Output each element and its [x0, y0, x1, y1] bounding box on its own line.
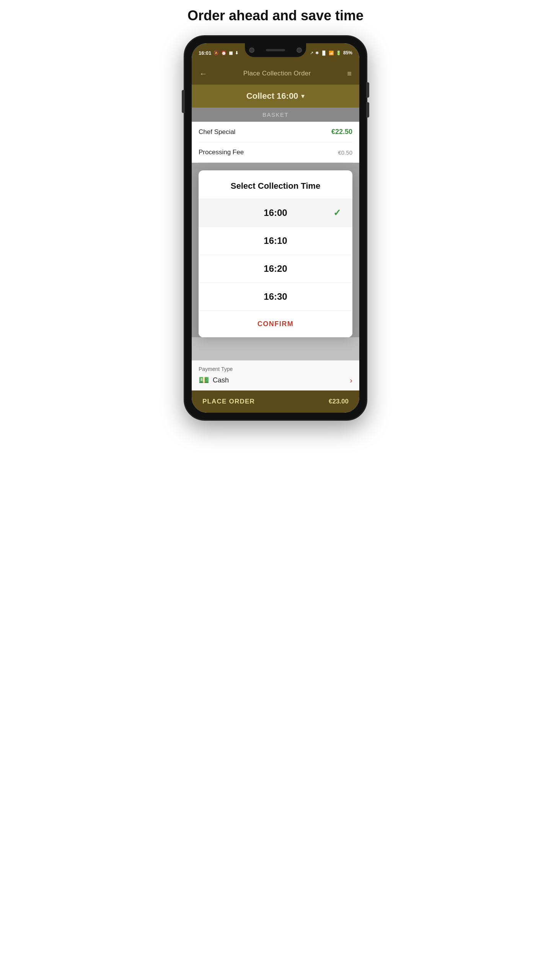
phone-frame: 16:01 🔕 ⏰ ▦ ⬇ ↗ ✱ ▐▌ 📶 🔋 85% ←: [184, 35, 367, 421]
front-camera: [249, 47, 254, 53]
alarm-icon: ⏰: [221, 51, 227, 56]
payment-row[interactable]: 💵 Cash ›: [199, 375, 352, 385]
collect-chevron-icon: ▾: [301, 92, 305, 100]
header-title: Place Collection Order: [243, 70, 311, 77]
time-option-1610[interactable]: 16:10: [199, 227, 352, 255]
collect-time-label: Collect 16:00: [246, 91, 298, 101]
page-headline: Order ahead and save time: [180, 8, 371, 24]
item-name-chef-special: Chef Special: [199, 128, 235, 136]
app-header: ← Place Collection Order ≡: [192, 62, 359, 85]
time-value-1600: 16:00: [264, 207, 287, 218]
phone-screen: 16:01 🔕 ⏰ ▦ ⬇ ↗ ✱ ▐▌ 📶 🔋 85% ←: [192, 43, 359, 413]
item-price-processing-fee: €0.50: [338, 149, 352, 156]
payment-left: 💵 Cash: [199, 375, 229, 385]
wifi-icon: 📶: [329, 51, 334, 56]
time-option-1600[interactable]: 16:00 ✓: [199, 199, 352, 227]
time-value-1610: 16:10: [264, 235, 287, 246]
dimmed-spacer: [192, 337, 359, 360]
network-icon: ▐▌: [321, 51, 327, 55]
item-name-processing-fee: Processing Fee: [199, 149, 244, 156]
basket-item-chef-special: Chef Special €22.50: [199, 122, 352, 142]
place-order-total: €23.00: [329, 398, 349, 405]
place-order-bar[interactable]: PLACE ORDER €23.00: [192, 390, 359, 413]
status-icons: ↗ ✱ ▐▌ 📶 🔋 85%: [310, 50, 352, 56]
mute-icon: 🔕: [214, 51, 219, 56]
status-bar: 16:01 🔕 ⏰ ▦ ⬇ ↗ ✱ ▐▌ 📶 🔋 85%: [192, 43, 359, 62]
payment-label: Payment Type: [199, 366, 352, 372]
time-value-1630: 16:30: [264, 291, 287, 302]
battery-percentage: 85%: [343, 50, 352, 56]
screenshot-icon: ▦: [229, 51, 233, 56]
status-time: 16:01 🔕 ⏰ ▦ ⬇: [199, 50, 238, 56]
cash-icon: 💵: [199, 375, 209, 385]
volume-up-button[interactable]: [366, 82, 369, 98]
selected-check-icon: ✓: [333, 207, 341, 218]
notch: [245, 43, 306, 57]
basket-label: BASKET: [192, 108, 359, 122]
modal-overlay: Select Collection Time 16:00 ✓ 16:10 16:…: [192, 163, 359, 337]
volume-down-button[interactable]: [366, 102, 369, 118]
front-camera-2: [297, 47, 302, 53]
battery-icon: 🔋: [336, 51, 341, 56]
place-order-label: PLACE ORDER: [202, 398, 255, 405]
payment-method-label: Cash: [213, 376, 229, 384]
bluetooth-icon: ✱: [315, 51, 319, 56]
menu-button[interactable]: ≡: [347, 69, 352, 78]
payment-section: Payment Type 💵 Cash ›: [192, 360, 359, 390]
basket-items: Chef Special €22.50 Processing Fee €0.50: [192, 122, 359, 163]
time-display: 16:01: [199, 50, 211, 56]
confirm-button[interactable]: CONFIRM: [199, 311, 352, 337]
time-selection-modal: Select Collection Time 16:00 ✓ 16:10 16:…: [199, 170, 352, 337]
time-option-1620[interactable]: 16:20: [199, 255, 352, 283]
payment-chevron-icon: ›: [350, 376, 352, 385]
download-icon: ⬇: [235, 51, 238, 56]
time-value-1620: 16:20: [264, 263, 287, 274]
earpiece: [266, 49, 285, 51]
item-price-chef-special: €22.50: [331, 128, 352, 136]
back-button[interactable]: ←: [199, 69, 207, 78]
modal-title: Select Collection Time: [199, 170, 352, 199]
signal-icon: ↗: [310, 51, 313, 56]
time-option-1630[interactable]: 16:30: [199, 283, 352, 311]
power-button[interactable]: [182, 90, 185, 113]
collect-bar[interactable]: Collect 16:00 ▾: [192, 85, 359, 108]
basket-item-processing-fee: Processing Fee €0.50: [199, 142, 352, 163]
